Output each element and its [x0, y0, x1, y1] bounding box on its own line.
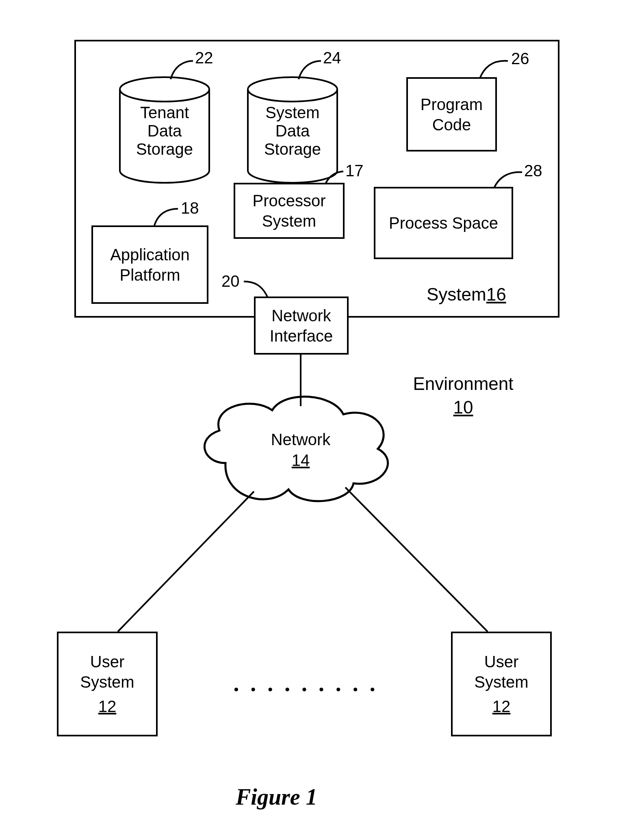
ref-system-storage: 24 [323, 49, 341, 67]
system-storage-l2: Data [248, 122, 337, 140]
environment-text: Environment [402, 374, 524, 394]
process-space-l1: Process Space [389, 213, 498, 233]
ellipsis-dots: ••••••••• [187, 682, 423, 697]
ref-net-interface: 20 [221, 272, 240, 290]
processor-l2: System [262, 211, 316, 231]
environment-label: Environment 10 [402, 374, 524, 418]
process-space-box: Process Space [374, 187, 513, 259]
system-storage-l1: System [248, 104, 337, 122]
user-system-left-l2: System [80, 672, 134, 692]
program-code-box: Program Code [406, 77, 497, 152]
user-system-right-box: User System 12 [451, 632, 552, 736]
tenant-storage-label: Tenant Data Storage [120, 104, 209, 158]
system-storage-label: System Data Storage [248, 104, 337, 158]
system-storage-l3: Storage [248, 140, 337, 158]
user-system-left-ref: 12 [98, 696, 117, 716]
network-label: Network 14 [256, 431, 345, 470]
figure-label: Figure 1 [236, 784, 317, 810]
svg-line-4 [118, 491, 254, 632]
ref-processor: 17 [345, 162, 364, 180]
network-text: Network [256, 431, 345, 449]
program-code-l1: Program [421, 94, 483, 115]
app-platform-l2: Platform [120, 265, 180, 285]
app-platform-box: Application Platform [91, 225, 208, 304]
tenant-storage-l1: Tenant [120, 104, 209, 122]
tenant-storage-l3: Storage [120, 140, 209, 158]
system-label: System16 [427, 284, 506, 305]
ref-program-code: 26 [511, 50, 529, 68]
user-system-right-l2: System [474, 672, 528, 692]
net-interface-l1: Network [271, 305, 331, 326]
user-system-right-ref: 12 [492, 696, 511, 716]
system-ref: 16 [486, 284, 506, 304]
app-platform-l1: Application [110, 245, 190, 265]
net-interface-l2: Interface [270, 326, 333, 346]
svg-point-2 [248, 77, 337, 102]
tenant-storage-l2: Data [120, 122, 209, 140]
ref-tenant-storage: 22 [195, 49, 213, 67]
ref-process-space: 28 [524, 162, 542, 180]
svg-point-1 [120, 77, 209, 102]
network-interface-box: Network Interface [254, 297, 349, 355]
system-prefix: System [427, 284, 486, 304]
svg-line-5 [345, 487, 488, 632]
user-system-right-l1: User [484, 652, 518, 672]
user-system-left-l1: User [90, 652, 124, 672]
user-system-left-box: User System 12 [57, 632, 158, 736]
processor-box: Processor System [234, 183, 345, 239]
network-ref: 14 [256, 451, 345, 470]
processor-l1: Processor [252, 190, 325, 211]
environment-ref: 10 [402, 397, 524, 418]
ref-app-platform: 18 [181, 199, 199, 217]
program-code-l2: Code [432, 115, 471, 135]
